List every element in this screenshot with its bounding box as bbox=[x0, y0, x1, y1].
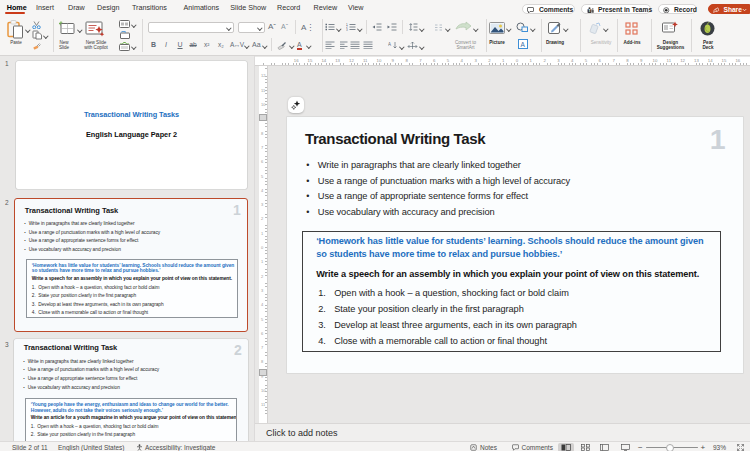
svg-text:A: A bbox=[388, 42, 391, 47]
svg-text:A: A bbox=[521, 41, 526, 48]
svg-text:3: 3 bbox=[346, 28, 348, 32]
